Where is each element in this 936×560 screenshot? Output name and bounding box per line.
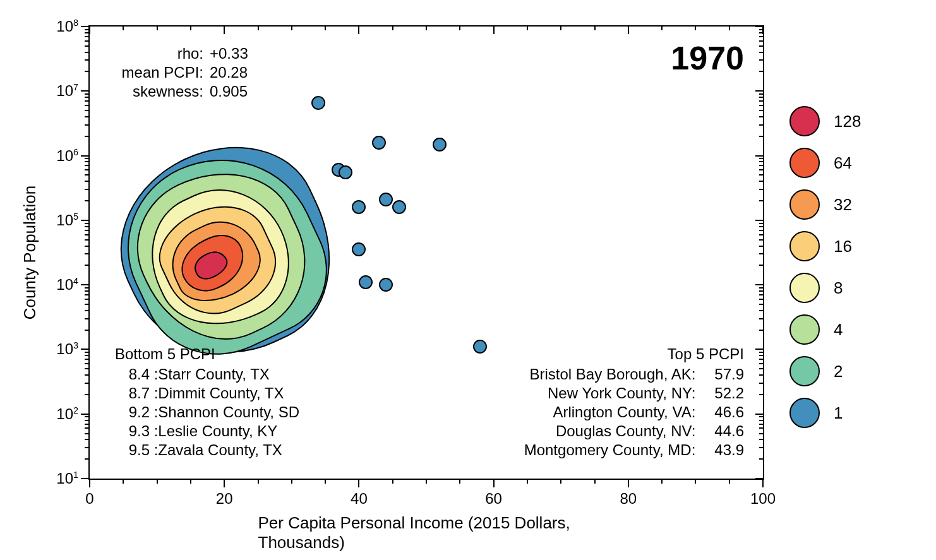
x-tick-label: 100 [750, 490, 776, 508]
legend-swatch [789, 356, 820, 386]
legend-swatch [789, 231, 820, 261]
top5-val-0: 57.9 [700, 365, 744, 384]
legend-label: 1 [834, 403, 843, 423]
legend-item: 128 [789, 106, 916, 136]
rho-val: +0.33 [210, 44, 248, 63]
x-tick-label: 40 [351, 490, 368, 508]
outlier-point [311, 96, 325, 110]
bottom5-name-2: Shannon County, SD [158, 403, 299, 420]
legend-label: 128 [834, 112, 861, 131]
x-tick-label: 0 [85, 490, 93, 508]
bottom5-val-0: 8.4 [115, 365, 150, 384]
bottom5-name-4: Zavala County, TX [158, 441, 282, 458]
legend-label: 64 [834, 153, 852, 173]
legend-swatch [789, 314, 820, 345]
y-tick-label: 108 [56, 18, 78, 35]
y-tick-label: 104 [56, 276, 78, 294]
mean-val: 20.28 [210, 63, 248, 82]
x-tick-label: 20 [216, 490, 233, 508]
bottom5-header: Bottom 5 PCPI [115, 345, 299, 364]
bottom5-val-4: 9.5 [115, 441, 150, 460]
top5-val-1: 52.2 [700, 384, 744, 403]
chart-canvas: 1970 rho:+0.33 mean PCPI:20.28 skewness:… [0, 0, 936, 560]
stats-block: rho:+0.33 mean PCPI:20.28 skewness:0.905 [109, 44, 248, 101]
top5-name-2: Arlington County, VA [553, 403, 691, 420]
top5-name-3: Douglas County, NV [556, 422, 692, 439]
legend: 1286432168421 [789, 95, 916, 439]
top5-name-4: Montgomery County, MD [524, 441, 692, 458]
y-tick-label: 103 [56, 340, 78, 358]
legend-label: 4 [834, 320, 843, 340]
bottom5-val-3: 9.3 [115, 422, 150, 441]
legend-swatch [789, 189, 820, 220]
x-tick-label: 60 [485, 490, 502, 508]
legend-item: 64 [789, 148, 916, 178]
x-axis-title: Per Capita Personal Income (2015 Dollars… [258, 513, 595, 552]
skew-val: 0.905 [210, 82, 248, 101]
y-tick-label: 107 [56, 82, 78, 100]
outlier-point [352, 242, 366, 256]
legend-label: 16 [834, 237, 852, 256]
legend-item: 2 [789, 356, 916, 386]
legend-swatch [789, 398, 820, 428]
bottom5-name-1: Dimmit County, TX [158, 384, 284, 402]
plot-area: 1970 rho:+0.33 mean PCPI:20.28 skewness:… [88, 25, 764, 480]
x-tick-label: 80 [620, 490, 637, 508]
outlier-point [339, 165, 352, 179]
bottom5-name-3: Leslie County, KY [158, 422, 277, 439]
rho-key: rho: [109, 44, 210, 63]
bottom5-val-2: 9.2 [115, 403, 150, 422]
outlier-point [392, 200, 406, 214]
legend-item: 32 [789, 189, 916, 220]
bottom5-name-0: Starr County, TX [158, 366, 270, 383]
top5-val-4: 43.9 [700, 441, 744, 460]
legend-swatch [789, 273, 820, 303]
outlier-point [379, 278, 393, 292]
top5-val-2: 46.6 [700, 403, 744, 422]
bottom5-val-1: 8.7 [115, 384, 150, 403]
legend-swatch [789, 148, 820, 178]
top5-val-3: 44.6 [700, 422, 744, 441]
mean-key: mean PCPI: [109, 63, 210, 82]
year-badge: 1970 [671, 39, 744, 77]
outlier-point [352, 200, 366, 214]
y-tick-label: 105 [56, 211, 78, 229]
y-axis-title: County Population [20, 186, 40, 319]
top5-name-1: New York County, NY [548, 384, 692, 402]
legend-label: 8 [834, 278, 843, 298]
bottom5-list: Bottom 5 PCPI 8.4 :Starr County, TX 8.7 … [115, 345, 299, 460]
outlier-point [433, 138, 447, 152]
legend-label: 2 [834, 362, 843, 381]
top5-name-0: Bristol Bay Borough, AK [530, 366, 692, 383]
outlier-point [359, 275, 373, 289]
outlier-point [473, 340, 487, 354]
y-tick-label: 106 [56, 147, 78, 165]
top5-list: Top 5 PCPI Bristol Bay Borough, AK: 57.9… [524, 345, 744, 460]
outlier-point [379, 193, 393, 206]
outlier-point [372, 136, 386, 150]
legend-swatch [789, 106, 820, 136]
legend-item: 1 [789, 398, 916, 428]
legend-item: 4 [789, 314, 916, 345]
legend-label: 32 [834, 195, 852, 215]
legend-item: 8 [789, 273, 916, 303]
top5-header: Top 5 PCPI [524, 345, 744, 364]
y-tick-label: 101 [56, 470, 78, 487]
legend-item: 16 [789, 231, 916, 261]
y-tick-label: 102 [56, 405, 78, 423]
skew-key: skewness: [109, 82, 210, 101]
